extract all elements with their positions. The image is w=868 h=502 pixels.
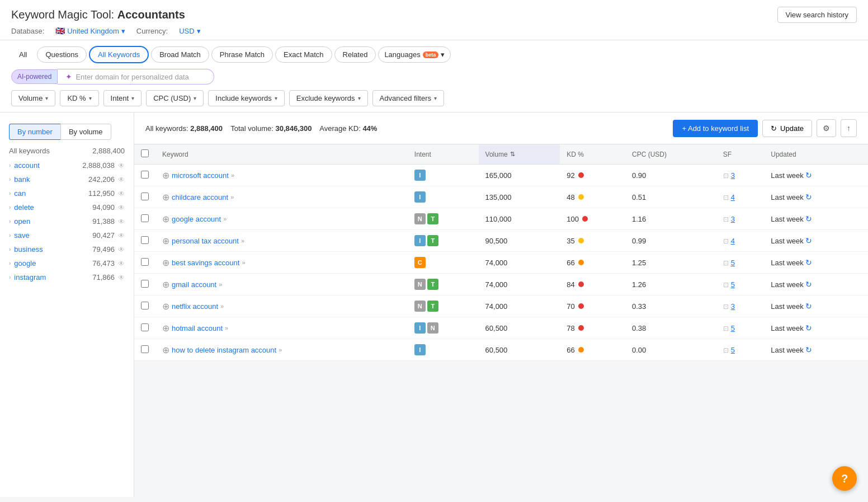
tab-broad-match[interactable]: Broad Match (151, 46, 209, 63)
refresh-icon[interactable]: ↻ (805, 280, 812, 289)
intent-badges: C (414, 257, 472, 268)
settings-button[interactable]: ⚙ (817, 119, 836, 137)
ai-domain-input[interactable]: ✦ Enter domain for personalized data (58, 69, 214, 85)
add-icon: ⊕ (162, 279, 169, 290)
update-button[interactable]: ↻ Update (762, 120, 812, 137)
intent-badges: NT (414, 279, 472, 290)
beta-badge: beta (423, 51, 439, 58)
select-all-checkbox[interactable] (141, 149, 149, 157)
intent-badges: NT (414, 301, 472, 312)
sf-value[interactable]: 5 (731, 324, 735, 332)
tab-phrase-match[interactable]: Phrase Match (211, 46, 273, 63)
chevron-right-icon: › (9, 232, 11, 238)
help-button[interactable]: ? (832, 466, 857, 491)
keyword-link[interactable]: ⊕ netflix account » (162, 301, 401, 312)
sf-value[interactable]: 4 (731, 193, 735, 201)
view-history-button[interactable]: View search history (777, 7, 857, 23)
sidebar-toggle: By number By volume (0, 118, 134, 143)
sf-value[interactable]: 5 (731, 259, 735, 267)
cpc-cell: 0.38 (625, 317, 716, 339)
intent-badge-n: N (414, 279, 426, 290)
include-keywords-filter[interactable]: Include keywords ▾ (208, 90, 284, 106)
intent-badge-n: N (427, 322, 438, 334)
intent-badge-t: T (427, 235, 438, 246)
sf-value[interactable]: 5 (731, 346, 735, 354)
advanced-filters-filter[interactable]: Advanced filters ▾ (372, 90, 445, 106)
keyword-link[interactable]: ⊕ how to delete instagram account » (162, 345, 401, 355)
sf-value[interactable]: 3 (731, 302, 735, 311)
export-button[interactable]: ↑ (841, 119, 857, 137)
currency-selector[interactable]: USD ▾ (179, 27, 200, 35)
sf-value[interactable]: 5 (731, 280, 735, 289)
sidebar-item-bank[interactable]: › bank 242,206 👁 (0, 172, 134, 186)
sidebar-item-google[interactable]: › google 76,473 👁 (0, 256, 134, 270)
tab-related[interactable]: Related (334, 46, 376, 63)
sf-icon: ⊡ (723, 172, 729, 180)
refresh-icon[interactable]: ↻ (805, 214, 812, 223)
row-checkbox[interactable] (141, 193, 149, 200)
arrow-icon: » (219, 281, 222, 288)
tab-exact-match[interactable]: Exact Match (275, 46, 332, 63)
sidebar-item-instagram[interactable]: › instagram 71,866 👁 (0, 270, 134, 284)
row-checkbox[interactable] (141, 323, 149, 331)
keyword-link[interactable]: ⊕ personal tax account » (162, 236, 401, 246)
tab-all[interactable]: All (11, 47, 35, 62)
tab-languages[interactable]: Languages beta ▾ (378, 46, 451, 63)
keyword-link[interactable]: ⊕ best savings account » (162, 257, 401, 268)
row-checkbox[interactable] (141, 280, 149, 288)
kd-dot (578, 194, 584, 200)
keyword-link[interactable]: ⊕ hotmail account » (162, 323, 401, 334)
refresh-icon[interactable]: ↻ (805, 258, 812, 267)
row-checkbox[interactable] (141, 302, 149, 309)
kd-filter[interactable]: KD % ▾ (60, 90, 98, 106)
updated-cell: Last week ↻ (764, 295, 868, 317)
intent-filter[interactable]: Intent ▾ (103, 90, 142, 106)
ai-placeholder-text: Enter domain for personalized data (76, 73, 188, 81)
updated-cell: Last week ↻ (764, 274, 868, 295)
updated-cell: Last week ↻ (764, 186, 868, 208)
sidebar-item-save[interactable]: › save 90,427 👁 (0, 228, 134, 242)
keyword-link[interactable]: ⊕ childcare account » (162, 192, 401, 203)
row-checkbox[interactable] (141, 236, 149, 244)
sidebar-item-account[interactable]: › account 2,888,038 👁 (0, 158, 134, 172)
refresh-icon[interactable]: ↻ (805, 171, 812, 180)
volume-column-header[interactable]: Volume ⇅ (479, 144, 560, 165)
volume-filter[interactable]: Volume ▾ (11, 90, 55, 106)
row-checkbox[interactable] (141, 171, 149, 179)
exclude-keywords-filter[interactable]: Exclude keywords ▾ (289, 90, 368, 106)
sidebar-item-delete[interactable]: › delete 94,090 👁 (0, 200, 134, 214)
sidebar-item-can[interactable]: › can 112,950 👁 (0, 186, 134, 200)
keyword-link[interactable]: ⊕ google account » (162, 214, 401, 224)
flag-icon: 🇬🇧 (55, 26, 65, 35)
ai-powered-label: AI-powered (11, 69, 58, 84)
sf-value[interactable]: 3 (731, 171, 735, 180)
row-checkbox[interactable] (141, 258, 149, 266)
by-volume-button[interactable]: By volume (60, 124, 111, 140)
kd-cell: 92 (560, 165, 625, 186)
sf-value[interactable]: 3 (731, 215, 735, 223)
row-checkbox[interactable] (141, 214, 149, 222)
refresh-icon[interactable]: ↻ (805, 302, 812, 311)
stats-actions: + Add to keyword list ↻ Update ⚙ ↑ (673, 119, 857, 137)
add-to-keyword-list-button[interactable]: + Add to keyword list (673, 120, 758, 137)
sf-icon: ⊡ (723, 259, 729, 267)
refresh-icon[interactable]: ↻ (805, 236, 812, 245)
row-checkbox[interactable] (141, 345, 149, 353)
sf-value[interactable]: 4 (731, 237, 735, 245)
sidebar-item-business[interactable]: › business 79,496 👁 (0, 242, 134, 256)
ai-row: AI-powered ✦ Enter domain for personaliz… (11, 69, 857, 85)
refresh-icon[interactable]: ↻ (805, 193, 812, 201)
refresh-icon[interactable]: ↻ (805, 345, 812, 354)
intent-badge-i: I (414, 191, 426, 203)
tab-all-keywords[interactable]: All Keywords (89, 46, 149, 63)
keyword-link[interactable]: ⊕ gmail account » (162, 279, 401, 290)
sidebar-item-open[interactable]: › open 91,388 👁 (0, 214, 134, 228)
arrow-icon: » (220, 303, 224, 309)
by-number-button[interactable]: By number (9, 124, 60, 140)
cpc-filter[interactable]: CPC (USD) ▾ (146, 90, 204, 106)
refresh-icon[interactable]: ↻ (805, 323, 812, 332)
tab-questions[interactable]: Questions (37, 46, 87, 63)
volume-cell: 74,000 (479, 252, 560, 274)
keyword-link[interactable]: ⊕ microsoft account » (162, 170, 401, 181)
database-selector[interactable]: 🇬🇧 United Kingdom ▾ (55, 26, 125, 35)
